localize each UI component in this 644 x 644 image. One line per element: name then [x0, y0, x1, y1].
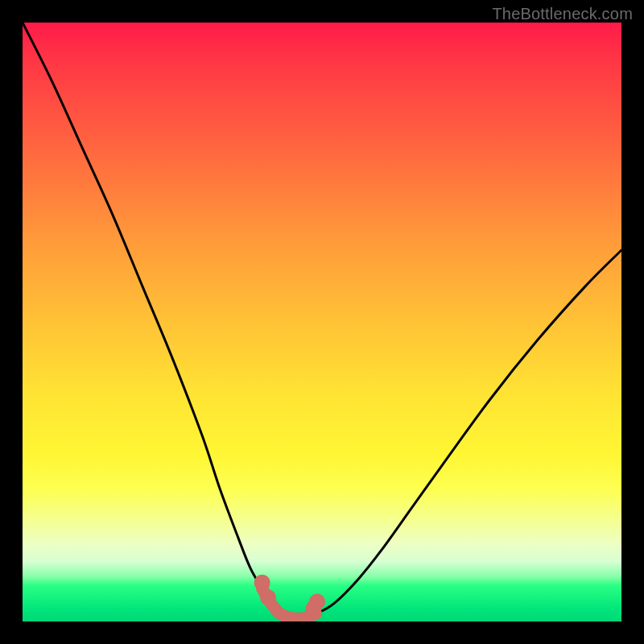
optimal-range-dots — [254, 575, 325, 617]
optimal-dot — [260, 589, 276, 605]
optimal-dot — [254, 575, 270, 591]
bottleneck-curve — [23, 23, 621, 618]
chart-svg — [23, 23, 621, 621]
chart-frame: TheBottleneck.com — [0, 0, 644, 644]
optimal-dot — [309, 593, 325, 609]
watermark-text: TheBottleneck.com — [492, 5, 633, 23]
chart-plot-area — [23, 23, 621, 621]
